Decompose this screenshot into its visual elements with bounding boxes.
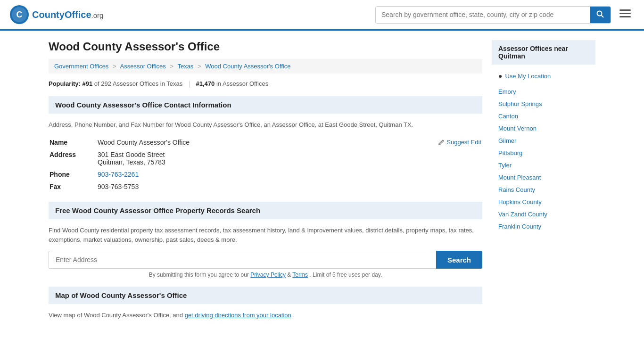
breadcrumb-gov-offices[interactable]: Government Offices bbox=[54, 63, 108, 70]
use-my-location[interactable]: ● Use My Location bbox=[492, 69, 595, 82]
svg-text:C: C bbox=[17, 10, 23, 19]
form-note-prefix: By submitting this form you agree to our bbox=[149, 272, 249, 278]
list-item: Tyler bbox=[498, 159, 595, 171]
svg-rect-6 bbox=[619, 13, 631, 14]
global-search-bar bbox=[375, 6, 611, 24]
sidebar-link-11[interactable]: Franklin County bbox=[498, 223, 541, 230]
map-description: View map of Wood County Assessor's Offic… bbox=[49, 311, 482, 320]
breadcrumb-sep-2: > bbox=[170, 63, 173, 70]
use-location-label: Use My Location bbox=[505, 73, 551, 80]
search-button[interactable]: Search bbox=[436, 251, 482, 269]
popularity-national-label: in Assessor Offices bbox=[216, 80, 268, 87]
address-search-input[interactable] bbox=[49, 251, 436, 269]
table-row: Fax 903-763-5753 bbox=[50, 181, 481, 192]
form-note-suffix: . Limit of 5 free uses per day. bbox=[309, 272, 382, 278]
list-item: Emory bbox=[498, 85, 595, 98]
fax-label: Fax bbox=[50, 181, 97, 192]
map-section-header: Map of Wood County Assessor's Office bbox=[49, 287, 482, 304]
sidebar-links-list: EmorySulphur SpringsCantonMount VernonGi… bbox=[492, 85, 595, 232]
main-content: Wood County Assessor's Office Government… bbox=[49, 40, 482, 327]
office-name-value: Wood County Assessor's Office bbox=[98, 139, 190, 146]
edit-icon bbox=[438, 139, 445, 146]
sidebar: Assessor Offices near Quitman ● Use My L… bbox=[492, 40, 595, 327]
breadcrumb: Government Offices > Assessor Offices > … bbox=[49, 59, 482, 74]
site-header: C CountyOffice.org bbox=[0, 0, 644, 31]
list-item: Mount Vernon bbox=[498, 122, 595, 134]
sidebar-header: Assessor Offices near Quitman bbox=[492, 40, 595, 65]
search-icon bbox=[596, 10, 604, 18]
name-value-cell: Wood County Assessor's Office Suggest Ed… bbox=[98, 137, 481, 148]
phone-value-cell: 903-763-2261 bbox=[98, 169, 481, 180]
logo[interactable]: C CountyOffice.org bbox=[9, 5, 103, 25]
popularity-rank: #91 bbox=[83, 80, 93, 87]
list-item: Rains County bbox=[498, 183, 595, 196]
table-row: Name Wood County Assessor's Office Sugge… bbox=[50, 137, 481, 148]
sidebar-link-4[interactable]: Gilmer bbox=[498, 137, 516, 144]
sidebar-link-1[interactable]: Sulphur Springs bbox=[498, 100, 542, 107]
property-search-description: Find Wood County residential property ta… bbox=[49, 226, 482, 244]
sidebar-link-9[interactable]: Hopkins County bbox=[498, 198, 542, 206]
sidebar-link-6[interactable]: Tyler bbox=[498, 162, 512, 169]
list-item: Sulphur Springs bbox=[498, 98, 595, 110]
contact-description: Address, Phone Number, and Fax Number fo… bbox=[49, 120, 482, 130]
svg-line-4 bbox=[602, 15, 604, 17]
list-item: Canton bbox=[498, 110, 595, 122]
header-right bbox=[375, 6, 635, 24]
address-value: 301 East Goode Street Quitman, Texas, 75… bbox=[98, 149, 481, 168]
list-item: Franklin County bbox=[498, 220, 595, 232]
sidebar-link-8[interactable]: Rains County bbox=[498, 186, 535, 193]
popularity-separator bbox=[189, 81, 190, 88]
map-section: Map of Wood County Assessor's Office Vie… bbox=[49, 287, 482, 320]
breadcrumb-current[interactable]: Wood County Assessor's Office bbox=[205, 63, 290, 70]
sidebar-link-7[interactable]: Mount Pleasant bbox=[498, 174, 541, 181]
list-item: Mount Pleasant bbox=[498, 171, 595, 183]
sidebar-link-10[interactable]: Van Zandt County bbox=[498, 211, 547, 218]
breadcrumb-sep-1: > bbox=[113, 63, 116, 70]
phone-label: Phone bbox=[50, 169, 97, 180]
privacy-policy-link[interactable]: Privacy Policy bbox=[250, 272, 286, 278]
global-search-input[interactable] bbox=[376, 7, 590, 23]
popularity-total: of 292 Assessor Offices in Texas bbox=[94, 80, 182, 87]
form-note: By submitting this form you agree to our… bbox=[49, 272, 482, 278]
svg-rect-5 bbox=[619, 9, 631, 11]
map-desc-prefix: View map of Wood County Assessor's Offic… bbox=[49, 312, 183, 319]
suggest-edit-link[interactable]: Suggest Edit bbox=[438, 139, 481, 146]
breadcrumb-sep-3: > bbox=[198, 63, 201, 70]
name-suggest-row: Wood County Assessor's Office Suggest Ed… bbox=[98, 139, 481, 146]
sidebar-link-5[interactable]: Pittsburg bbox=[498, 149, 522, 156]
name-label: Name bbox=[50, 137, 97, 148]
sidebar-link-3[interactable]: Mount Vernon bbox=[498, 125, 537, 132]
list-item: Van Zandt County bbox=[498, 208, 595, 220]
table-row: Phone 903-763-2261 bbox=[50, 169, 481, 180]
contact-section-header: Wood County Assessor's Office Contact In… bbox=[49, 96, 482, 114]
popularity-label: Popularity: bbox=[49, 80, 81, 87]
main-container: Wood County Assessor's Office Government… bbox=[39, 31, 605, 336]
driving-directions-link[interactable]: get driving directions from your locatio… bbox=[185, 312, 291, 319]
global-search-button[interactable] bbox=[590, 7, 611, 23]
address-line1: 301 East Goode Street bbox=[98, 151, 481, 158]
breadcrumb-assessor-offices[interactable]: Assessor Offices bbox=[120, 63, 166, 70]
contact-table: Name Wood County Assessor's Office Sugge… bbox=[49, 136, 482, 193]
svg-rect-7 bbox=[619, 16, 631, 17]
terms-link[interactable]: Terms bbox=[292, 272, 308, 278]
sidebar-link-2[interactable]: Canton bbox=[498, 113, 518, 120]
logo-text: CountyOffice.org bbox=[32, 9, 103, 20]
fax-value: 903-763-5753 bbox=[98, 181, 481, 192]
breadcrumb-texas[interactable]: Texas bbox=[177, 63, 193, 70]
table-row: Address 301 East Goode Street Quitman, T… bbox=[50, 149, 481, 168]
list-item: Gilmer bbox=[498, 134, 595, 147]
popularity-national: #1,470 bbox=[196, 80, 215, 87]
phone-link[interactable]: 903-763-2261 bbox=[98, 171, 139, 178]
form-note-and: & bbox=[287, 272, 292, 278]
svg-point-3 bbox=[597, 11, 602, 16]
popularity-bar: Popularity: #91 of 292 Assessor Offices … bbox=[49, 80, 482, 88]
property-search-header: Free Wood County Assessor Office Propert… bbox=[49, 202, 482, 219]
address-label: Address bbox=[50, 149, 97, 168]
sidebar-link-0[interactable]: Emory bbox=[498, 88, 516, 95]
logo-icon: C bbox=[9, 5, 29, 25]
map-desc-suffix: . bbox=[293, 312, 295, 319]
hamburger-menu[interactable] bbox=[616, 7, 635, 23]
hamburger-icon bbox=[619, 9, 631, 18]
contact-info-section: Wood County Assessor's Office Contact In… bbox=[49, 96, 482, 194]
property-search-bar: Search bbox=[49, 251, 482, 269]
